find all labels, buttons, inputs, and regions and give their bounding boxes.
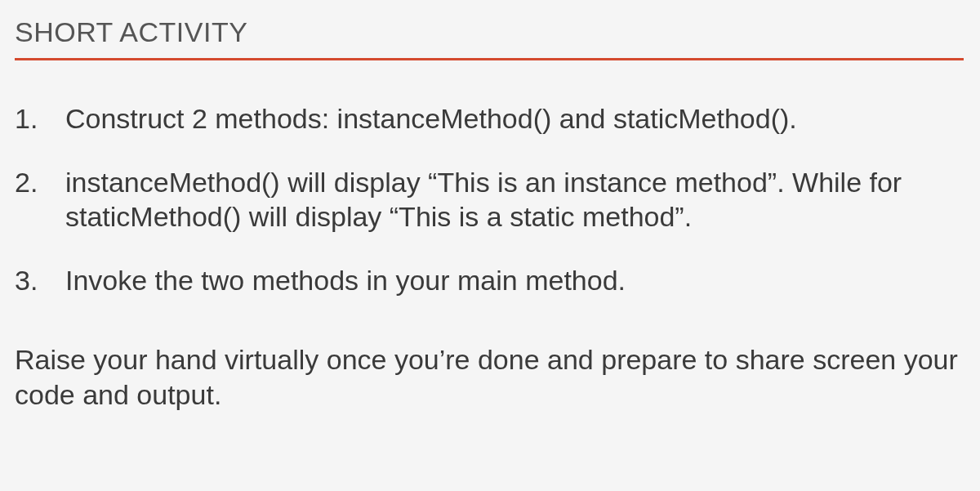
slide-content: Construct 2 methods: instanceMethod() an… bbox=[15, 101, 964, 412]
list-item: instanceMethod() will display “This is a… bbox=[15, 165, 964, 234]
slide-title: SHORT ACTIVITY bbox=[15, 16, 964, 48]
title-divider bbox=[15, 58, 964, 60]
activity-list: Construct 2 methods: instanceMethod() an… bbox=[15, 101, 964, 297]
list-item: Invoke the two methods in your main meth… bbox=[15, 263, 964, 298]
list-item: Construct 2 methods: instanceMethod() an… bbox=[15, 101, 964, 136]
footer-instruction: Raise your hand virtually once you’re do… bbox=[15, 342, 964, 412]
